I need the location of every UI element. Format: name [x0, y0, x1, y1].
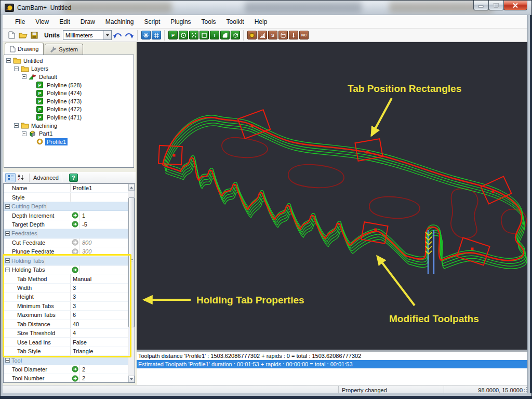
- property-value[interactable]: [22, 356, 24, 364]
- value-source-icon[interactable]: [70, 221, 79, 228]
- row-expander[interactable]: [5, 258, 10, 263]
- property-row[interactable]: Tab Method Manual: [4, 274, 128, 283]
- tree-expander[interactable]: [14, 66, 19, 71]
- property-value[interactable]: False: [70, 338, 79, 346]
- redo-button[interactable]: [123, 30, 135, 41]
- property-row[interactable]: Name Profile1: [4, 184, 128, 193]
- property-row[interactable]: Target Depth -5: [4, 220, 128, 229]
- property-value[interactable]: 4: [70, 329, 79, 337]
- alphabetical-sort-button[interactable]: AZ: [16, 173, 26, 182]
- toolpath-duration-message[interactable]: Estimated Toolpath 'Profile1' duration :…: [137, 360, 528, 368]
- tree-item[interactable]: Untitled: [4, 57, 134, 65]
- property-value[interactable]: [46, 202, 49, 210]
- categorized-view-button[interactable]: [5, 173, 16, 182]
- undo-button[interactable]: [112, 30, 123, 41]
- draw-points-button[interactable]: [189, 31, 198, 39]
- op-profile-button[interactable]: [247, 31, 257, 39]
- value-source-icon-default[interactable]: [70, 239, 79, 246]
- property-row[interactable]: Tool: [4, 356, 128, 365]
- menu-item[interactable]: Toolkit: [221, 15, 249, 29]
- chevron-down-icon[interactable]: [103, 31, 111, 39]
- menu-item[interactable]: Tools: [196, 15, 221, 29]
- row-expander[interactable]: [5, 231, 10, 236]
- menu-item[interactable]: Help: [249, 15, 273, 29]
- close-button[interactable]: [503, 1, 527, 10]
- tree-item[interactable]: Machining: [4, 122, 134, 130]
- tree-item[interactable]: P Polyline (528): [4, 81, 134, 89]
- value-source-icon[interactable]: [70, 366, 79, 373]
- grid-icon[interactable]: [152, 31, 161, 39]
- tab-drawing[interactable]: Drawing: [5, 43, 44, 55]
- scroll-up-button[interactable]: [128, 184, 135, 191]
- property-value[interactable]: 6: [70, 311, 79, 319]
- tree-expander[interactable]: [22, 74, 26, 79]
- property-row[interactable]: Style: [4, 193, 128, 202]
- op-pocket-button[interactable]: [258, 31, 267, 39]
- property-value[interactable]: Profile1: [70, 184, 79, 192]
- property-value[interactable]: 3: [70, 302, 79, 310]
- draw-text-button[interactable]: T: [210, 31, 219, 39]
- menu-item[interactable]: Plugins: [165, 15, 196, 29]
- tree-expander[interactable]: [14, 123, 19, 128]
- property-value[interactable]: [37, 229, 40, 237]
- view-3d-button[interactable]: [231, 31, 240, 39]
- property-row[interactable]: Holding Tabs: [4, 265, 128, 274]
- property-row[interactable]: Width 3: [4, 284, 128, 292]
- value-source-icon[interactable]: [70, 375, 79, 382]
- property-row[interactable]: Feedrates: [4, 229, 128, 238]
- value-source-icon-default[interactable]: [70, 248, 79, 255]
- property-value[interactable]: [70, 193, 79, 201]
- property-value[interactable]: 2: [79, 374, 128, 382]
- property-value[interactable]: [44, 257, 47, 265]
- scroll-down-button[interactable]: [128, 376, 135, 382]
- property-row[interactable]: Minimum Tabs 3: [4, 302, 128, 311]
- property-value[interactable]: 3: [70, 292, 79, 301]
- help-button[interactable]: ?: [69, 174, 78, 182]
- property-row[interactable]: Holding Tabs: [4, 257, 128, 265]
- op-drill-button[interactable]: [289, 31, 298, 39]
- property-row[interactable]: Cutting Depth: [4, 202, 128, 211]
- snap-points-icon[interactable]: [141, 31, 151, 39]
- property-row[interactable]: Tab Style Triangle: [4, 347, 128, 356]
- property-row[interactable]: Plunge Feedrate 300: [4, 247, 128, 256]
- drawing-canvas[interactable]: Tab Position Rectangles Holding Tab Prop…: [137, 42, 527, 350]
- property-row[interactable]: Maximum Tabs 6: [4, 311, 128, 320]
- op-gcode-button[interactable]: NC: [299, 31, 309, 39]
- tree-item[interactable]: Part1: [4, 129, 134, 138]
- tree-expander[interactable]: [22, 131, 26, 136]
- tree-expander[interactable]: [6, 58, 11, 63]
- property-row[interactable]: Depth Increment 1: [4, 211, 128, 220]
- units-dropdown[interactable]: Millimeters: [63, 30, 112, 40]
- property-value[interactable]: 3: [70, 284, 79, 292]
- draw-rectangle-button[interactable]: [200, 31, 209, 39]
- row-expander[interactable]: [5, 358, 10, 363]
- tree-item[interactable]: Default: [4, 73, 134, 81]
- properties-scrollbar[interactable]: [128, 184, 135, 382]
- property-value[interactable]: Manual: [70, 274, 79, 283]
- property-row[interactable]: Tool Diameter 2: [4, 365, 128, 374]
- property-row[interactable]: Tool Number 2: [4, 374, 128, 383]
- open-file-button[interactable]: [17, 30, 29, 41]
- maximize-button[interactable]: [488, 1, 504, 10]
- value-source-icon[interactable]: [70, 212, 79, 219]
- op-engrave-button[interactable]: S: [268, 31, 277, 39]
- property-value[interactable]: [79, 265, 128, 274]
- value-source-icon[interactable]: [70, 267, 79, 273]
- draw-circle-button[interactable]: [179, 31, 188, 39]
- property-row[interactable]: Size Threshold 4: [4, 329, 128, 338]
- property-value[interactable]: 300: [79, 247, 128, 256]
- tree-item[interactable]: Profile1: [4, 138, 134, 146]
- property-value[interactable]: 1: [79, 211, 128, 219]
- op-3d-profile-button[interactable]: [278, 31, 288, 39]
- minimize-button[interactable]: [473, 1, 489, 10]
- menu-item[interactable]: Machining: [100, 15, 139, 29]
- property-row[interactable]: Use Lead Ins False: [4, 338, 128, 347]
- menu-item[interactable]: Draw: [75, 15, 100, 29]
- tree-item[interactable]: P Polyline (471): [4, 113, 134, 122]
- tab-system[interactable]: System: [45, 44, 83, 55]
- draw-polyline-button[interactable]: P: [168, 31, 178, 39]
- property-row[interactable]: Cut Feedrate 800: [4, 238, 128, 247]
- property-row[interactable]: Height 3: [4, 292, 128, 301]
- row-expander[interactable]: [5, 204, 10, 209]
- property-value[interactable]: -5: [79, 220, 128, 229]
